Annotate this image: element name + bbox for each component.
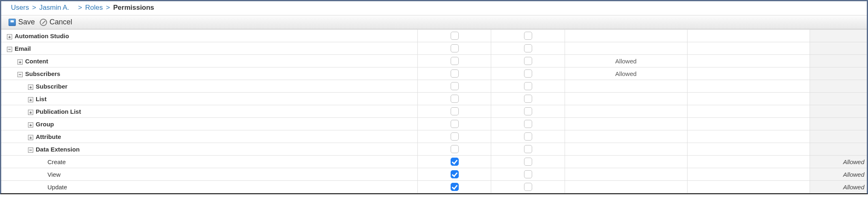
status-col-2 [687,55,810,67]
inherited-status [565,42,687,55]
inherited-status [565,168,687,181]
cancel-button-label: Cancel [49,18,72,26]
allow-checkbox[interactable] [451,170,459,178]
permission-row-de-create: CreateAllowed [1,156,867,168]
permission-row-email: −Email [1,42,867,55]
inherited-status [565,93,687,105]
permission-label: Attribute [36,133,61,140]
allow-checkbox[interactable] [451,107,459,115]
permission-row-publication-list: +Publication List [1,105,867,118]
status-col-2 [687,67,810,80]
status-col-2 [687,93,810,105]
deny-checkbox[interactable] [524,132,532,141]
collapse-icon[interactable]: − [28,147,33,153]
deny-checkbox[interactable] [524,107,532,115]
expand-icon[interactable]: + [28,84,33,90]
permission-label: Email [15,45,31,52]
breadcrumb: Users > Jasmin A. > Roles > Permissions [1,1,867,15]
status-col-2 [687,143,810,156]
permission-row-subscriber: +Subscriber [1,80,867,93]
deny-checkbox[interactable] [524,95,532,103]
allow-checkbox[interactable] [451,145,459,153]
status-col-2 [687,168,810,181]
save-icon [9,19,16,26]
allow-checkbox[interactable] [451,120,459,128]
allow-checkbox[interactable] [451,82,459,90]
toolbar: Save Cancel [1,15,867,29]
permission-row-attribute: +Attribute [1,130,867,143]
deny-checkbox[interactable] [524,170,532,178]
deny-checkbox[interactable] [524,57,532,65]
permission-label: Publication List [36,108,81,115]
deny-checkbox[interactable] [524,183,532,191]
allow-checkbox[interactable] [451,132,459,141]
allow-checkbox[interactable] [451,158,459,166]
permission-label: Subscribers [25,70,60,77]
collapse-icon[interactable]: − [7,47,12,52]
inherited-status [565,143,687,156]
permission-row-data-extension: −Data Extension [1,143,867,156]
inherited-status [565,30,687,42]
permission-row-de-update: UpdateAllowed [1,181,867,193]
permission-label: Data Extension [36,146,79,153]
breadcrumb-user-link[interactable]: Jasmin A. [39,4,69,11]
permission-label: Update [47,184,67,191]
allow-checkbox[interactable] [451,44,459,52]
breadcrumb-users-link[interactable]: Users [11,4,29,11]
effective-status [810,55,867,67]
status-col-2 [687,30,810,42]
inherited-status [565,156,687,168]
effective-status [810,67,867,80]
expand-icon[interactable]: + [28,110,33,115]
status-col-2 [687,80,810,93]
expand-icon[interactable]: + [7,34,12,39]
permission-label: Content [25,58,48,65]
effective-status [810,80,867,93]
expand-icon[interactable]: + [28,135,33,140]
inherited-status: Allowed [565,55,687,67]
allow-checkbox[interactable] [451,183,459,191]
permission-label: Group [36,121,54,128]
effective-status [810,42,867,55]
deny-checkbox[interactable] [524,44,532,52]
cancel-icon [40,19,47,26]
effective-status [810,130,867,143]
permission-label: List [36,95,47,102]
allow-checkbox[interactable] [451,32,459,40]
breadcrumb-sep-icon: > [78,4,82,11]
deny-checkbox[interactable] [524,32,532,40]
inherited-status [565,118,687,130]
status-col-2 [687,181,810,193]
expand-icon[interactable]: + [28,122,33,128]
permission-row-de-view: ViewAllowed [1,168,867,181]
cancel-button[interactable]: Cancel [40,18,72,26]
effective-status: Allowed [810,168,867,181]
status-col-2 [687,130,810,143]
status-col-2 [687,118,810,130]
save-button[interactable]: Save [9,18,35,26]
allow-checkbox[interactable] [451,69,459,78]
breadcrumb-current: Permissions [113,4,154,11]
save-button-label: Save [18,18,35,26]
effective-status: Allowed [810,181,867,193]
permission-label: View [47,171,60,178]
deny-checkbox[interactable] [524,145,532,153]
expand-icon[interactable]: + [28,97,33,102]
inherited-status [565,181,687,193]
deny-checkbox[interactable] [524,69,532,78]
breadcrumb-roles-link[interactable]: Roles [85,4,103,11]
deny-checkbox[interactable] [524,158,532,166]
allow-checkbox[interactable] [451,95,459,103]
status-col-2 [687,105,810,118]
deny-checkbox[interactable] [524,120,532,128]
permission-label: Subscriber [36,83,67,90]
permission-row-group: +Group [1,118,867,130]
allow-checkbox[interactable] [451,57,459,65]
breadcrumb-sep-icon: > [106,4,110,11]
status-col-2 [687,42,810,55]
effective-status [810,143,867,156]
deny-checkbox[interactable] [524,82,532,90]
inherited-status [565,80,687,93]
expand-icon[interactable]: + [17,59,23,65]
collapse-icon[interactable]: − [17,72,23,77]
